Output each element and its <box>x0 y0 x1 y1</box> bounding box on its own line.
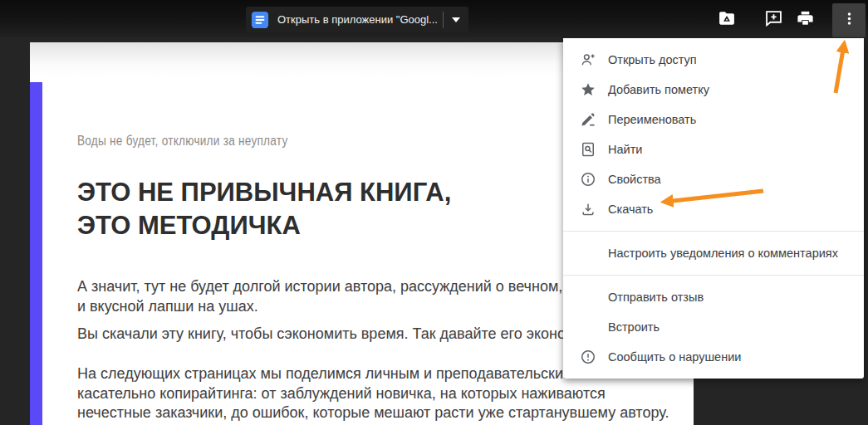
menu-item-details[interactable]: Свойства <box>563 164 864 194</box>
find-in-page-icon <box>580 141 596 158</box>
menu-item-send-feedback[interactable]: Отправить отзыв <box>563 282 864 312</box>
icon-placeholder <box>580 245 596 261</box>
doc-text-line: нечестные заказчики, до ошибок, которые … <box>77 403 669 423</box>
menu-item-rename[interactable]: Переименовать <box>563 105 864 134</box>
star-icon <box>580 81 596 98</box>
menu-item-find[interactable]: Найти <box>563 134 864 164</box>
menu-item-notification-settings[interactable]: Настроить уведомления о комментариях <box>563 238 864 268</box>
google-docs-icon <box>251 11 269 29</box>
menu-item-label: Найти <box>608 143 642 156</box>
menu-item-embed[interactable]: Встроить <box>563 312 864 342</box>
menu-item-label: Переименовать <box>608 113 696 126</box>
more-options-button[interactable] <box>832 3 866 37</box>
menu-item-download[interactable]: Скачать <box>563 194 864 224</box>
doc-heading: ЭТО НЕ ПРИВЫЧНАЯ КНИГА, ЭТО МЕТОДИЧКА <box>77 176 451 242</box>
doc-heading-line: ЭТО НЕ ПРИВЫЧНАЯ КНИГА, <box>77 176 451 209</box>
print-button[interactable] <box>794 9 816 31</box>
menu-item-label: Встроить <box>608 320 660 334</box>
info-icon <box>580 171 596 188</box>
more-options-menu: Открыть доступ Добавить пометку Переимен… <box>563 38 864 379</box>
add-to-drive-button[interactable] <box>716 9 738 31</box>
menu-item-report-abuse[interactable]: Сообщить о нарушении <box>563 342 864 372</box>
doc-heading-line: ЭТО МЕТОДИЧКА <box>77 209 451 242</box>
add-comment-button[interactable] <box>763 9 784 31</box>
menu-item-label: Добавить пометку <box>608 83 709 96</box>
pencil-icon <box>580 111 596 128</box>
doc-text-line: касательно копирайтинга: от заблуждений … <box>77 384 669 404</box>
open-in-app-label: Открыть в приложении "Googl... <box>277 13 443 26</box>
person-add-icon <box>580 51 596 68</box>
doc-kicker-text: Воды не будет, отключили за неуплату <box>77 134 287 149</box>
menu-item-label: Скачать <box>608 203 653 216</box>
menu-item-star[interactable]: Добавить пометку <box>563 75 864 105</box>
kebab-menu-icon <box>841 11 857 30</box>
menu-item-label: Свойства <box>608 173 661 186</box>
add-comment-icon <box>764 9 783 32</box>
menu-item-label: Открыть доступ <box>608 53 697 66</box>
accent-bar <box>30 82 42 425</box>
download-icon <box>580 201 596 217</box>
icon-placeholder <box>580 319 596 335</box>
menu-item-label: Отправить отзыв <box>608 291 704 304</box>
doc-text-line: Вы скачали эту книгу, чтобы сэкономить в… <box>77 325 599 344</box>
doc-text-line: А значит, тут не будет долгой истории ав… <box>77 277 614 297</box>
dropdown-caret-icon <box>452 17 460 22</box>
add-to-drive-icon <box>717 9 737 31</box>
menu-separator <box>563 231 864 232</box>
doc-paragraph: Вы скачали эту книгу, чтобы сэкономить в… <box>77 325 599 344</box>
doc-text-line: и вкусной лапши на ушах. <box>77 297 614 317</box>
report-icon <box>580 349 596 365</box>
menu-item-label: Сообщить о нарушении <box>608 350 741 364</box>
menu-separator <box>563 275 864 276</box>
print-icon <box>796 9 815 32</box>
open-in-app-dropdown[interactable] <box>444 7 468 32</box>
menu-item-label: Настроить уведомления о комментариях <box>608 247 838 260</box>
icon-placeholder <box>580 289 596 305</box>
doc-paragraph: А значит, тут не будет долгой истории ав… <box>77 277 614 316</box>
open-in-app-button[interactable]: Открыть в приложении "Googl... <box>246 7 468 32</box>
menu-item-share[interactable]: Открыть доступ <box>563 45 864 75</box>
